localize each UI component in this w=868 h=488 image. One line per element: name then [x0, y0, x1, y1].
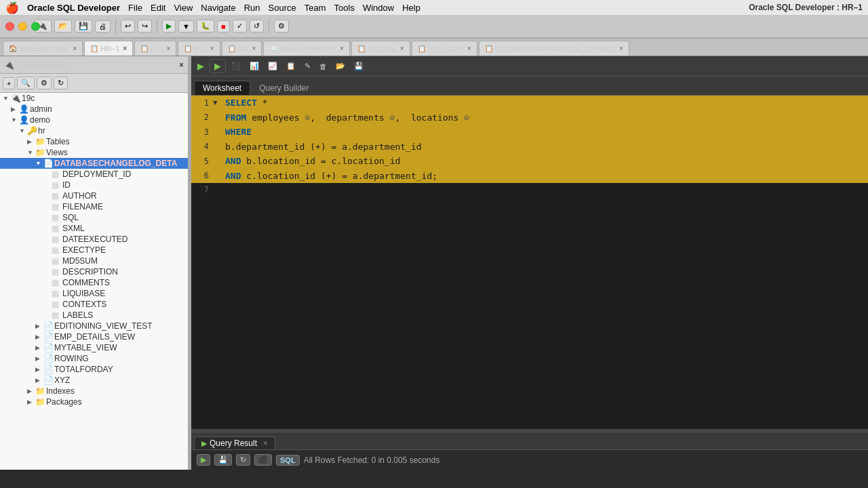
new-connection-tree-button[interactable]: +	[3, 77, 15, 89]
tree-item-emp-details[interactable]: ▶ 📄 EMP_DETAILS_VIEW	[0, 331, 188, 342]
sql-result-button[interactable]: SQL	[276, 455, 300, 466]
rollback-button[interactable]: ↺	[250, 20, 264, 33]
save-file-button[interactable]: 💾	[351, 60, 367, 73]
menu-tools[interactable]: Tools	[334, 3, 355, 13]
open-file-button[interactable]: 📂	[332, 60, 349, 73]
tree-item-indexes[interactable]: ▶ 📁 Indexes	[0, 386, 188, 396]
close-getabc-tab[interactable]: ×	[400, 45, 404, 52]
close-8-1-tab[interactable]: ×	[167, 45, 171, 52]
run-script-button[interactable]: ▶	[194, 59, 208, 73]
tree-item-exectype[interactable]: ▦ EXECTYPE	[0, 245, 188, 256]
close-atp-tab[interactable]: ×	[340, 45, 344, 52]
run-button[interactable]: ▶	[162, 20, 176, 33]
tree-item-19c[interactable]: ▼ 🔌 19c	[0, 93, 188, 104]
save-button[interactable]: 💾	[75, 20, 92, 33]
tab-dbcl[interactable]: 📋 DATABASECHANGELOG_DETAILS ×	[479, 41, 629, 56]
tree-item-filename[interactable]: ▦ FILENAME	[0, 201, 188, 212]
tree-item-mytable[interactable]: ▶ 📄 MYTABLE_VIEW	[0, 342, 188, 353]
run-result-button[interactable]: ▶	[197, 454, 210, 466]
tree-item-labels[interactable]: ▦ LABELS	[0, 310, 188, 321]
clear-button[interactable]: 🗑	[316, 60, 330, 73]
menu-run[interactable]: Run	[244, 3, 260, 13]
close-hr-tab[interactable]: ×	[252, 45, 256, 52]
tree-item-dbcl-view[interactable]: ▼ 📄 DATABASECHANGELOG_DETA	[0, 158, 188, 169]
debug-button[interactable]: 🐛	[197, 20, 214, 33]
tree-item-rowing[interactable]: ▶ 📄 ROWING	[0, 353, 188, 364]
tree-item-contexts[interactable]: ▦ CONTEXTS	[0, 299, 188, 310]
tree-item-tables[interactable]: ▶ 📁 Tables	[0, 136, 188, 147]
menu-help[interactable]: Help	[402, 3, 420, 13]
tree-item-editioning[interactable]: ▶ 📄 EDITIONING_VIEW_TEST	[0, 321, 188, 331]
menu-team[interactable]: Team	[304, 3, 326, 13]
menu-file[interactable]: File	[128, 3, 142, 13]
tree-item-description[interactable]: ▦ DESCRIPTION	[0, 266, 188, 277]
menu-view[interactable]: View	[174, 3, 193, 13]
tab-atp[interactable]: ☁️ Always Free ATP ×	[263, 41, 349, 56]
tree-area[interactable]: ▼ 🔌 19c ▶ 👤 admin ▼ 👤 demo ▼ 🔑 hr	[0, 93, 188, 470]
explain-plan-button[interactable]: 📊	[246, 60, 262, 73]
tab-8-2[interactable]: 📋 8–2 ×	[178, 41, 220, 56]
close-hrcopy-tab[interactable]: ×	[467, 45, 471, 52]
tree-item-deployment-id[interactable]: ▶ ▦ DEPLOYMENT_ID	[0, 169, 188, 180]
tree-item-views[interactable]: ▼ 📁 Views	[0, 147, 188, 158]
stop-button[interactable]: ■	[217, 20, 230, 33]
minimize-button[interactable]	[18, 22, 27, 30]
close-8-2-tab[interactable]: ×	[210, 45, 214, 52]
close-button[interactable]	[5, 22, 14, 30]
format-button[interactable]: ⚙	[274, 20, 289, 33]
close-result-tab[interactable]: ×	[263, 439, 268, 448]
close-dbcl-tab[interactable]: ×	[619, 45, 623, 52]
tree-item-totalforday[interactable]: ▶ 📄 TOTALFORDAY	[0, 364, 188, 375]
close-hr1-tab[interactable]: ×	[123, 45, 127, 52]
menu-source[interactable]: Source	[269, 3, 296, 13]
open-button[interactable]: 📂	[54, 20, 72, 33]
tab-hr1[interactable]: 📋 HR–1 ×	[84, 41, 133, 56]
menu-window[interactable]: Window	[363, 3, 394, 13]
stop-result-button[interactable]: ⬛	[254, 454, 272, 466]
worksheet-tab[interactable]: Worksheet	[194, 81, 250, 95]
tree-item-hr[interactable]: ▼ 🔑 hr	[0, 125, 188, 136]
tree-item-dateexecuted[interactable]: ▦ DATEEXECUTED	[0, 234, 188, 245]
tree-item-liquibase[interactable]: ▦ LIQUIBASE	[0, 288, 188, 299]
tree-item-md5sum[interactable]: ▦ MD5SUM	[0, 256, 188, 266]
tab-8-1[interactable]: 📋 8–1 ×	[134, 41, 176, 56]
tab-hr[interactable]: 📋 HR ×	[222, 41, 262, 56]
column-icon-3: ▦	[52, 191, 62, 201]
tree-item-demo[interactable]: ▼ 👤 demo	[0, 115, 188, 125]
run-query-button[interactable]: ▶	[210, 59, 226, 73]
tab-getabc[interactable]: 📋 GET abc ×	[351, 41, 410, 56]
print-button[interactable]: 🖨	[95, 20, 111, 33]
run-dropdown-button[interactable]: ▼	[178, 20, 194, 33]
menu-navigate[interactable]: Navigate	[201, 3, 235, 13]
tree-item-packages[interactable]: ▶ 📁 Packages	[0, 396, 188, 407]
properties-button[interactable]: ⚙	[37, 77, 52, 89]
commit-button[interactable]: ✓	[233, 20, 247, 33]
connections-close-button[interactable]: ×	[179, 60, 184, 70]
close-welcome-tab[interactable]: ×	[73, 45, 77, 52]
menu-edit[interactable]: Edit	[151, 3, 165, 13]
filter-button[interactable]: 🔍	[17, 77, 35, 89]
autotrace-button[interactable]: 📈	[264, 60, 281, 73]
tree-item-sxml[interactable]: ▦ SXML	[0, 223, 188, 234]
undo-button[interactable]: ↩	[121, 20, 135, 33]
cancel-button[interactable]: ⬛	[228, 60, 244, 73]
querybuilder-tab[interactable]: Query Builder	[250, 81, 317, 95]
maximize-button[interactable]	[31, 22, 40, 30]
code-editor[interactable]: 1 ▼ SELECT * 2 FROM employees ⊙, departm…	[191, 96, 868, 429]
tree-item-author[interactable]: ▦ AUTHOR	[0, 190, 188, 201]
save-result-button[interactable]: 💾	[214, 454, 232, 466]
refresh-button[interactable]: ↻	[54, 77, 68, 89]
tab-welcome[interactable]: 🏠 Welcome Page ×	[3, 41, 83, 56]
tree-item-xyz[interactable]: ▶ 📄 XYZ	[0, 375, 188, 386]
history-button[interactable]: 📋	[283, 60, 299, 73]
tree-item-comments[interactable]: ▦ COMMENTS	[0, 277, 188, 288]
tree-item-sql[interactable]: ▦ SQL	[0, 212, 188, 223]
redo-button[interactable]: ↪	[138, 20, 152, 33]
tree-item-admin[interactable]: ▶ 👤 admin	[0, 104, 188, 115]
tab-hrcopy[interactable]: 📋 HR_COPY ×	[412, 41, 477, 56]
refresh-result-button[interactable]: ↻	[236, 454, 250, 466]
query-result-tab[interactable]: ▶ Query Result ×	[194, 436, 275, 449]
tree-item-id[interactable]: ▦ ID	[0, 180, 188, 190]
editor-empty-space[interactable]	[191, 197, 868, 400]
format-sql-button[interactable]: ✎	[301, 60, 314, 73]
